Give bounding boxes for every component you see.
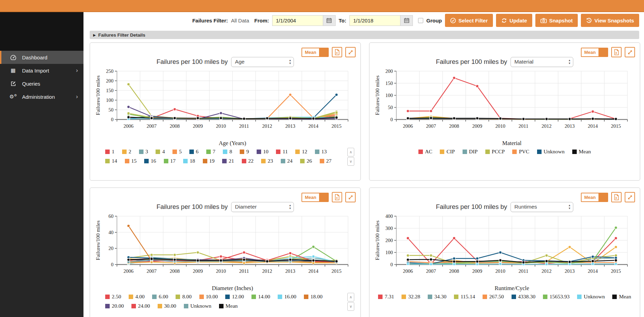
legend-item: 5 xyxy=(172,148,182,155)
legend-swatch xyxy=(485,150,490,154)
svg-text:2008: 2008 xyxy=(449,268,459,274)
legend-item: 17 xyxy=(164,158,176,164)
legend-item: Unknown xyxy=(184,303,211,309)
legend-swatch xyxy=(454,295,458,299)
to-date-input[interactable] xyxy=(349,15,400,26)
mean-toggle[interactable]: Mean xyxy=(581,193,608,202)
mean-toggle-label: Mean xyxy=(302,193,319,201)
excel-file-icon: X xyxy=(334,49,340,55)
svg-text:2013: 2013 xyxy=(285,268,295,274)
svg-text:2010: 2010 xyxy=(216,268,226,274)
to-date-calendar-button[interactable] xyxy=(400,15,413,26)
legend-item: 32.28 xyxy=(402,294,420,300)
export-excel-button[interactable]: X xyxy=(332,192,342,202)
expand-chart-button[interactable] xyxy=(625,47,635,57)
chart-panel-runtimes: Mean X Failures per 100 miles by Runtime… xyxy=(369,188,640,317)
group-checkbox[interactable] xyxy=(418,18,423,23)
chart-title: Failures per 100 miles by xyxy=(157,58,228,66)
chart-dimension-select[interactable]: Age ▴▾ xyxy=(231,57,294,67)
svg-text:2013: 2013 xyxy=(565,268,575,274)
svg-text:2007: 2007 xyxy=(147,123,157,129)
legend-item: 12.00 xyxy=(225,294,244,300)
chart-title: Failures per 100 miles by xyxy=(436,203,507,211)
top-orange-bar xyxy=(0,0,644,12)
svg-text:2014: 2014 xyxy=(308,268,319,274)
failures-filter-details-bar[interactable]: ▶ Failures Filter Details xyxy=(90,31,639,39)
svg-text:60: 60 xyxy=(109,213,114,219)
legend-item: 115.14 xyxy=(454,294,475,300)
legend-swatch xyxy=(418,150,423,154)
chart-panel-material: Mean X Failures per 100 miles by Materia… xyxy=(369,42,640,181)
legend-scrollbar: ∧ ∨ xyxy=(347,148,354,166)
svg-text:2010: 2010 xyxy=(495,123,505,129)
legend-scroll-up-button[interactable]: ∧ xyxy=(347,293,354,301)
chart-dimension-select[interactable]: Runtimes ▴▾ xyxy=(511,202,573,212)
svg-text:Failures/100 miles: Failures/100 miles xyxy=(374,76,380,115)
legend-item: 26 xyxy=(300,158,312,164)
expand-arrows-icon xyxy=(348,195,353,200)
expand-chart-button[interactable] xyxy=(625,192,635,202)
legend-swatch xyxy=(172,150,177,154)
legend-swatch xyxy=(222,159,227,163)
svg-text:100: 100 xyxy=(106,97,113,103)
calendar-icon xyxy=(404,18,409,23)
legend-swatch xyxy=(257,150,261,154)
sidebar-item-label: Administration xyxy=(22,94,55,100)
sidebar-item-data-import[interactable]: ▦ Data Import › xyxy=(0,64,83,77)
update-button[interactable]: Update xyxy=(496,14,532,27)
sidebar-item-queries[interactable]: Queries xyxy=(0,77,83,90)
svg-text:50: 50 xyxy=(388,105,393,110)
legend-swatch xyxy=(440,150,444,154)
export-excel-button[interactable]: X xyxy=(332,47,342,57)
expand-chart-button[interactable] xyxy=(345,192,356,202)
expand-chart-button[interactable] xyxy=(345,47,356,57)
view-snapshots-button[interactable]: View Snapshots xyxy=(581,14,639,27)
legend-item: 15 xyxy=(125,158,137,164)
legend-scroll-up-button[interactable]: ∧ xyxy=(347,148,354,156)
svg-text:2013: 2013 xyxy=(285,123,295,129)
legend-item: 267.50 xyxy=(483,294,504,300)
export-excel-button[interactable]: X xyxy=(611,192,622,202)
select-filter-button[interactable]: Select Filter xyxy=(445,14,493,27)
legend-swatch xyxy=(572,150,577,154)
export-excel-button[interactable]: X xyxy=(611,47,622,57)
legend-item: 7 xyxy=(206,148,216,155)
line-chart: 0501001502002502006200720082009201020112… xyxy=(95,68,354,148)
mean-toggle-knob xyxy=(319,193,328,201)
legend-item: 14 xyxy=(105,158,117,164)
from-date-group xyxy=(272,15,336,26)
snapshot-button[interactable]: Snapshot xyxy=(535,14,578,27)
sidebar: Dashboard ▦ Data Import › Queries ⚙⚙ Adm… xyxy=(0,12,83,317)
legend-scroll-down-button[interactable]: ∨ xyxy=(347,157,354,166)
svg-text:2009: 2009 xyxy=(472,123,482,129)
svg-text:X: X xyxy=(336,51,338,55)
sidebar-item-dashboard[interactable]: Dashboard xyxy=(0,51,83,64)
failures-filter-value: All Data xyxy=(231,18,249,23)
mean-toggle[interactable]: Mean xyxy=(301,48,329,57)
legend-item: 11 xyxy=(276,148,288,155)
sidebar-item-administration[interactable]: ⚙⚙ Administration › xyxy=(0,90,83,103)
legend-item: 18.00 xyxy=(304,294,323,300)
legend-swatch xyxy=(242,159,246,163)
expand-arrows-icon xyxy=(627,50,633,55)
legend-item: 14.00 xyxy=(251,294,270,300)
mean-toggle[interactable]: Mean xyxy=(581,48,608,57)
svg-text:2008: 2008 xyxy=(449,123,459,129)
svg-text:2011: 2011 xyxy=(239,268,249,274)
legend-swatch xyxy=(320,159,324,163)
chart-dimension-select[interactable]: Material ▴▾ xyxy=(511,57,573,67)
legend-swatch xyxy=(428,295,432,299)
mean-toggle[interactable]: Mean xyxy=(301,193,329,202)
line-chart: 0501001502002006200720082009201020112012… xyxy=(374,68,633,148)
svg-text:300: 300 xyxy=(385,225,393,231)
legend-item: 2 xyxy=(122,148,131,155)
from-date-input[interactable] xyxy=(272,15,323,26)
svg-text:200: 200 xyxy=(106,78,113,84)
svg-text:2015: 2015 xyxy=(331,123,341,129)
legend-scroll-down-button[interactable]: ∨ xyxy=(347,302,354,311)
legend-swatch xyxy=(300,159,305,163)
chart-dimension-select[interactable]: Diameter ▴▾ xyxy=(231,202,294,212)
svg-text:0: 0 xyxy=(111,117,113,122)
svg-text:40: 40 xyxy=(109,230,114,235)
from-date-calendar-button[interactable] xyxy=(323,15,336,26)
